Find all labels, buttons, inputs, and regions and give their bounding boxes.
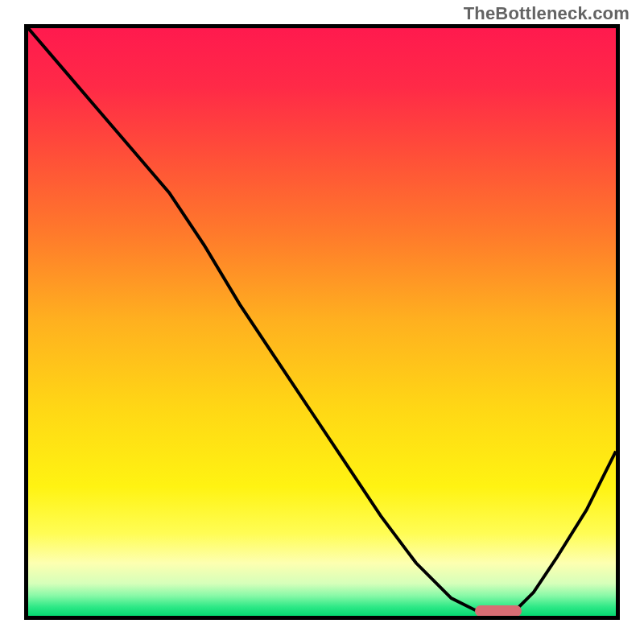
chart-frame xyxy=(24,24,620,620)
optimal-range-marker xyxy=(475,605,522,617)
watermark-text: TheBottleneck.com xyxy=(464,3,630,24)
bottleneck-curve xyxy=(28,28,616,616)
